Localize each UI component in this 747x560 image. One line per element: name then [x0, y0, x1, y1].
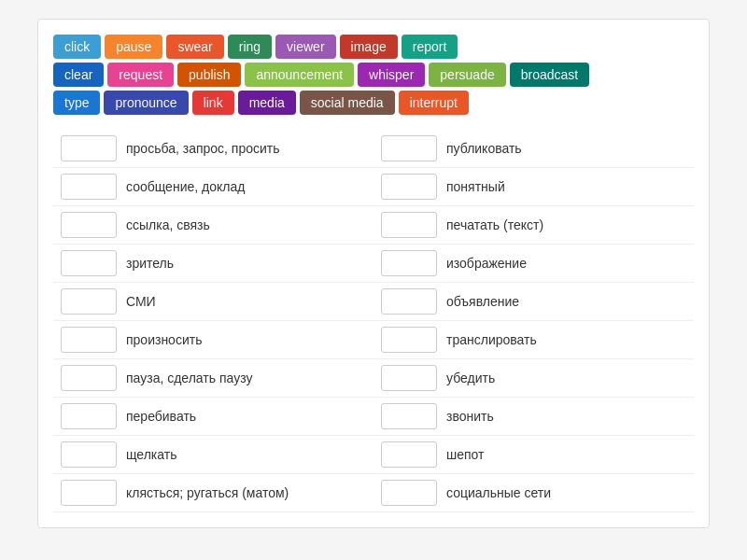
answer-text-right-2: печатать (текст): [446, 217, 543, 232]
tag-persuade[interactable]: persuade: [429, 63, 505, 87]
answer-input-left-5[interactable]: [61, 327, 117, 353]
answer-text-right-8: шепот: [446, 447, 485, 462]
tag-request[interactable]: request: [107, 63, 174, 87]
answer-text-right-1: понятный: [446, 179, 505, 194]
answer-text-right-0: публиковать: [446, 141, 522, 156]
answer-text-left-3: зритель: [126, 256, 174, 271]
answer-row-right: шепот: [374, 436, 694, 474]
tag-broadcast[interactable]: broadcast: [510, 63, 589, 87]
answer-text-left-5: произносить: [126, 332, 202, 347]
tag-report[interactable]: report: [402, 35, 458, 59]
tag-viewer[interactable]: viewer: [275, 35, 335, 59]
tags-row-3: typepronouncelinkmediasocial mediainterr…: [53, 91, 694, 115]
answer-input-left-6[interactable]: [61, 365, 117, 391]
answer-row-left: просьба, запрос, просить: [53, 130, 374, 168]
tag-clear[interactable]: clear: [53, 63, 104, 87]
answer-input-left-4[interactable]: [61, 288, 117, 315]
answer-input-left-8[interactable]: [61, 441, 117, 468]
answer-text-right-9: социальные сети: [446, 485, 551, 500]
answer-input-right-6[interactable]: [381, 365, 437, 391]
answer-row-right: убедить: [374, 359, 694, 398]
answer-row-right: транслировать: [374, 321, 694, 359]
answer-text-left-2: ссылка, связь: [126, 217, 210, 232]
answer-input-right-8[interactable]: [381, 441, 437, 468]
answer-text-left-7: перебивать: [126, 409, 196, 424]
answer-input-right-3[interactable]: [381, 250, 437, 276]
answer-row-left: клясться; ругаться (матом): [53, 474, 374, 512]
answer-row-right: объявление: [374, 283, 694, 321]
tag-pause[interactable]: pause: [105, 35, 162, 59]
main-container: clickpauseswearringviewerimagereport cle…: [37, 19, 710, 528]
answer-text-left-4: СМИ: [126, 294, 156, 309]
tag-image[interactable]: image: [340, 35, 398, 59]
tag-interrupt[interactable]: interrupt: [399, 91, 469, 115]
answer-row-left: сообщение, доклад: [53, 168, 374, 206]
answer-input-right-1[interactable]: [381, 174, 437, 200]
answer-input-left-1[interactable]: [61, 174, 117, 200]
tags-row-1: clickpauseswearringviewerimagereport: [53, 35, 694, 59]
answer-text-left-9: клясться; ругаться (матом): [126, 485, 289, 500]
answer-input-right-0[interactable]: [381, 135, 437, 161]
answer-row-left: СМИ: [53, 283, 374, 321]
answer-input-right-7[interactable]: [381, 403, 437, 429]
tag-publish[interactable]: publish: [177, 63, 241, 87]
answer-input-right-4[interactable]: [381, 288, 437, 315]
answer-text-right-6: убедить: [446, 371, 495, 385]
answer-row-left: ссылка, связь: [53, 206, 374, 245]
answer-text-left-8: щелкать: [126, 447, 176, 462]
answer-row-left: произносить: [53, 321, 374, 359]
answer-row-right: печатать (текст): [374, 206, 694, 245]
tag-ring[interactable]: ring: [228, 35, 272, 59]
answer-row-right: звонить: [374, 398, 694, 436]
answer-row-right: публиковать: [374, 130, 694, 168]
tag-whisper[interactable]: whisper: [358, 63, 425, 87]
answer-text-right-5: транслировать: [446, 332, 537, 347]
tag-click[interactable]: click: [53, 35, 101, 59]
answer-input-left-9[interactable]: [61, 480, 117, 506]
answers-section: просьба, запрос, проситьпубликоватьсообщ…: [53, 130, 694, 512]
tag-social-media[interactable]: social media: [300, 91, 395, 115]
answer-row-right: изображение: [374, 245, 694, 283]
answer-input-left-7[interactable]: [61, 403, 117, 429]
answer-text-left-0: просьба, запрос, просить: [126, 141, 280, 156]
answer-input-right-9[interactable]: [381, 480, 437, 506]
tags-section: clickpauseswearringviewerimagereport cle…: [53, 35, 694, 115]
answer-row-left: зритель: [53, 245, 374, 283]
tag-announcement[interactable]: announcement: [245, 63, 354, 87]
answer-row-right: понятный: [374, 168, 694, 206]
tag-type[interactable]: type: [53, 91, 100, 115]
answer-input-left-3[interactable]: [61, 250, 117, 276]
answer-input-right-2[interactable]: [381, 212, 437, 238]
tags-row-2: clearrequestpublishannouncementwhisperpe…: [53, 63, 694, 87]
tag-swear[interactable]: swear: [166, 35, 223, 59]
answer-input-right-5[interactable]: [381, 327, 437, 353]
answer-text-right-4: объявление: [446, 294, 519, 309]
answer-row-left: щелкать: [53, 436, 374, 474]
answer-row-left: перебивать: [53, 398, 374, 436]
answer-input-left-0[interactable]: [61, 135, 117, 161]
answer-input-left-2[interactable]: [61, 212, 117, 238]
tag-pronounce[interactable]: pronounce: [104, 91, 188, 115]
answer-text-left-6: пауза, сделать паузу: [126, 371, 252, 385]
answer-row-right: социальные сети: [374, 474, 694, 512]
tag-media[interactable]: media: [238, 91, 296, 115]
answer-text-right-3: изображение: [446, 256, 527, 271]
answer-text-left-1: сообщение, доклад: [126, 179, 245, 194]
answer-row-left: пауза, сделать паузу: [53, 359, 374, 398]
tag-link[interactable]: link: [192, 91, 234, 115]
answer-text-right-7: звонить: [446, 409, 494, 424]
